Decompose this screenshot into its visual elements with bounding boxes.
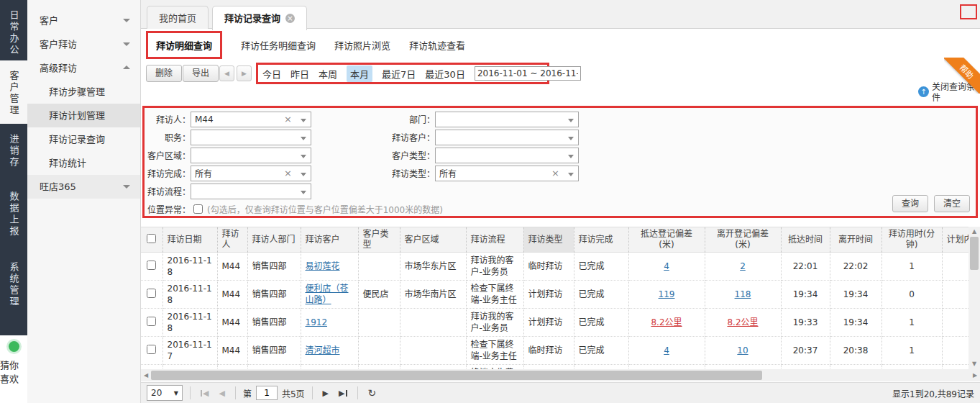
column-header[interactable]: 拜访客户 xyxy=(301,227,358,253)
scroll-left-icon[interactable]: ◀ xyxy=(141,369,151,381)
first-page-button[interactable]: ◀ xyxy=(198,389,211,398)
sidebar-item-customer-visit[interactable]: 客户拜访 xyxy=(27,32,140,56)
table-row[interactable]: 2016-11-18M44销售四部便利店（苍山路）便民店市场华南片区检查下属终端… xyxy=(141,281,968,309)
last-page-button[interactable]: ▶ xyxy=(336,389,349,398)
column-header[interactable]: 拜访人部门 xyxy=(247,227,301,253)
clear-icon[interactable]: × xyxy=(284,168,292,178)
filter-last-30-days[interactable]: 最近30日 xyxy=(425,67,465,81)
customer-region-select[interactable] xyxy=(191,148,311,163)
cell-link[interactable]: 清河超市 xyxy=(306,345,340,356)
vertical-scroll-thumb[interactable] xyxy=(970,237,979,270)
filter-this-week[interactable]: 本周 xyxy=(319,67,337,81)
row-checkbox[interactable] xyxy=(147,261,156,270)
strip-item-guess-you-like[interactable]: 猜你喜欢 xyxy=(0,335,27,403)
column-header[interactable]: 拜访用时(分钟) xyxy=(881,227,942,253)
visit-flow-select[interactable] xyxy=(191,184,311,199)
visit-type-label: 拜访类型： xyxy=(311,167,435,179)
clear-button[interactable]: 清空 xyxy=(934,195,970,212)
scroll-up-icon[interactable]: ▲ xyxy=(968,227,980,237)
column-header[interactable]: 离开时间 xyxy=(830,227,881,253)
column-header[interactable]: 抵达时间 xyxy=(781,227,830,253)
table-row[interactable]: 2016-11-18M44销售四部1912拜访我的客户-业务员计划拜访已完成8.… xyxy=(141,309,968,337)
column-header[interactable]: 拜访流程 xyxy=(466,227,523,253)
sidebar-item-visit-stats[interactable]: 拜访统计 xyxy=(27,151,140,175)
cell-link[interactable]: 2 xyxy=(740,261,746,271)
cell-link[interactable]: 便利店（苍山路） xyxy=(306,284,349,305)
cell-link[interactable]: 4 xyxy=(664,345,669,356)
strip-item-customer-mgmt[interactable]: 客户管理 xyxy=(0,60,27,124)
close-icon[interactable]: × xyxy=(285,14,295,23)
sidebar-item-visit-record-query[interactable]: 拜访记录查询 xyxy=(27,127,140,151)
prev-arrow-button[interactable]: ◀ xyxy=(219,65,234,81)
subtab-visit-task-detail-query[interactable]: 拜访任务明细查询 xyxy=(241,38,316,52)
filter-yesterday[interactable]: 昨日 xyxy=(290,67,309,81)
prev-page-button[interactable]: ◀ xyxy=(216,389,227,398)
horizontal-scrollbar[interactable]: ◀ ▶ xyxy=(141,369,980,381)
sidebar-item-customer[interactable]: 客户 xyxy=(27,9,140,32)
cell-link[interactable]: 119 xyxy=(659,289,675,299)
subtab-visit-detail-query[interactable]: 拜访明细查询 xyxy=(156,40,212,51)
column-header[interactable]: 拜访完成 xyxy=(574,227,628,253)
scroll-down-icon[interactable]: ▼ xyxy=(968,359,980,369)
strip-item-system-mgmt[interactable]: 系统管理 xyxy=(0,252,27,321)
column-header[interactable]: 离开登记偏差(米) xyxy=(705,227,781,253)
cell-link[interactable]: 118 xyxy=(735,289,751,299)
filter-this-month[interactable]: 本月 xyxy=(347,65,372,82)
table-row[interactable]: 2016-11-17M44销售四部清河超市检查下属终端-业务主任临时拜访已完成4… xyxy=(141,337,968,365)
delete-button[interactable]: 删除 xyxy=(146,65,182,82)
scroll-right-icon[interactable]: ▶ xyxy=(970,369,980,381)
sidebar-item-visit-step-mgmt[interactable]: 拜访步骤管理 xyxy=(27,80,140,104)
cell-link[interactable]: 易初莲花 xyxy=(306,261,340,271)
search-button[interactable]: 查询 xyxy=(892,195,928,212)
customer-type-select[interactable] xyxy=(435,148,579,163)
column-header[interactable]: 拜访人 xyxy=(217,227,247,253)
visitor-select[interactable]: M44 × xyxy=(191,112,311,127)
page-size-select[interactable]: 20 ▼ xyxy=(147,385,183,401)
cell-alert-link[interactable]: 8.2公里 xyxy=(727,317,758,327)
column-header[interactable]: 客户类型 xyxy=(358,227,400,253)
help-ribbon[interactable]: 帮助 xyxy=(944,58,980,94)
horizontal-scroll-thumb[interactable] xyxy=(151,371,762,380)
column-header[interactable]: 客户区域 xyxy=(400,227,466,253)
sidebar-item-visit-plan-mgmt[interactable]: 拜访计划管理 xyxy=(27,104,140,127)
date-range-input[interactable] xyxy=(475,66,581,81)
clear-icon[interactable]: × xyxy=(284,114,292,124)
refresh-icon[interactable]: ↻ xyxy=(365,387,380,399)
sidebar-item-advanced-visit[interactable]: 高级拜访 xyxy=(27,56,140,80)
cell-link[interactable]: 10 xyxy=(737,345,748,356)
column-header[interactable]: 抵达登记偏差(米) xyxy=(628,227,705,253)
filter-today[interactable]: 今日 xyxy=(262,67,281,81)
visit-type-select[interactable]: 所有 × xyxy=(435,166,579,181)
location-anomaly-checkbox[interactable] xyxy=(193,204,203,214)
cell-link[interactable]: 4 xyxy=(664,261,669,271)
page-number-input[interactable] xyxy=(256,386,278,400)
next-arrow-button[interactable]: ▶ xyxy=(237,65,252,81)
cell-link[interactable]: 1912 xyxy=(306,317,328,327)
clear-icon[interactable]: × xyxy=(551,168,559,178)
filter-last-7-days[interactable]: 最近7日 xyxy=(382,67,416,81)
strip-item-data-report[interactable]: 数据上报 xyxy=(0,181,27,252)
table-row[interactable]: 2016-11-18M44销售四部易初莲花市场华东片区拜访我的客户-业务员临时拜… xyxy=(141,253,968,281)
select-all-checkbox[interactable] xyxy=(147,234,156,243)
vertical-scrollbar[interactable]: ▲ ▼ xyxy=(968,227,980,369)
row-checkbox[interactable] xyxy=(147,345,156,354)
row-checkbox[interactable] xyxy=(147,289,156,298)
visit-customer-select[interactable] xyxy=(435,130,579,145)
subtab-visit-track-view[interactable]: 拜访轨迹查看 xyxy=(409,38,465,52)
next-page-button[interactable]: ▶ xyxy=(320,389,331,398)
column-header[interactable]: 拜访日期 xyxy=(162,227,217,253)
column-header[interactable]: 计划内 xyxy=(942,227,968,253)
department-select[interactable] xyxy=(435,112,579,127)
tab-visit-record-query[interactable]: 拜访记录查询 × xyxy=(212,6,307,30)
cell-alert-link[interactable]: 8.2公里 xyxy=(651,317,682,327)
strip-item-inventory[interactable]: 进销存 xyxy=(0,124,27,181)
export-button[interactable]: 导出 xyxy=(183,65,219,82)
row-checkbox[interactable] xyxy=(147,317,156,326)
tab-home[interactable]: 我的首页 xyxy=(147,6,209,30)
strip-item-daily-office[interactable]: 日常办公 xyxy=(0,0,27,60)
column-header[interactable]: 拜访类型 xyxy=(523,227,574,253)
visit-complete-select[interactable]: 所有 × xyxy=(191,166,311,181)
position-select[interactable] xyxy=(191,130,311,145)
subtab-visit-photo-browse[interactable]: 拜访照片浏览 xyxy=(334,38,390,52)
sidebar-item-wangdian365[interactable]: 旺店365 xyxy=(27,175,140,199)
